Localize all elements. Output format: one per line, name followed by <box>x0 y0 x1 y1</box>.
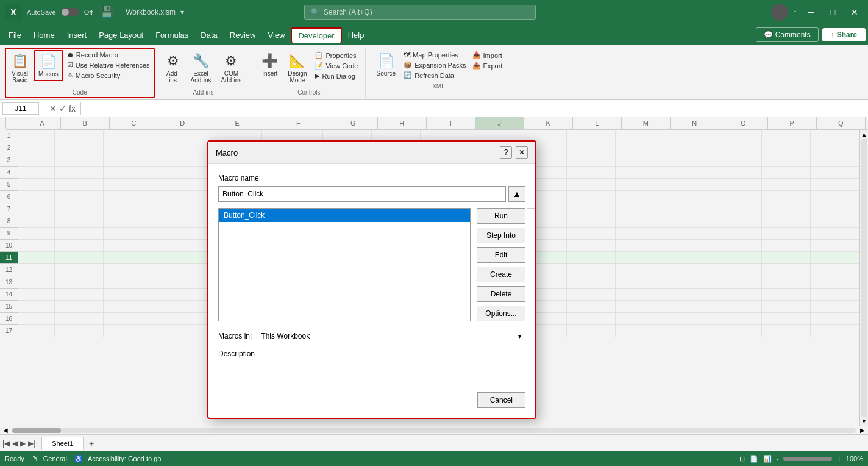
cell-A17[interactable] <box>18 325 55 337</box>
cell-P2[interactable] <box>762 142 811 154</box>
add-ins-button[interactable]: ⚙ Add-ins <box>161 50 185 87</box>
row-header-8[interactable]: 8 <box>0 215 18 228</box>
cell-C2[interactable] <box>104 142 152 154</box>
tab-first-button[interactable]: |◀ <box>2 439 10 448</box>
scroll-right-button[interactable]: ▶ <box>858 426 867 435</box>
cell-P7[interactable] <box>762 203 811 215</box>
modal-help-button[interactable]: ? <box>500 146 512 159</box>
cell-D6[interactable] <box>152 191 201 203</box>
cell-L1[interactable] <box>567 130 616 142</box>
cell-B10[interactable] <box>55 240 104 252</box>
col-header-M[interactable]: M <box>622 117 671 129</box>
cell-L4[interactable] <box>567 167 616 179</box>
cell-D1[interactable] <box>152 130 201 142</box>
expansion-packs-button[interactable]: 📦 Expansion Packs <box>401 60 468 70</box>
cell-N3[interactable] <box>664 154 713 167</box>
cell-C17[interactable] <box>104 325 152 337</box>
cell-A4[interactable] <box>18 167 55 179</box>
close-button[interactable]: ✕ <box>846 4 863 21</box>
delete-button[interactable]: Delete <box>477 286 525 302</box>
cell-C8[interactable] <box>104 215 152 228</box>
cell-B11[interactable] <box>55 252 104 264</box>
cancel-button[interactable]: Cancel <box>477 392 525 408</box>
macro-name-input[interactable] <box>218 186 506 202</box>
cell-A15[interactable] <box>18 301 55 313</box>
export-button[interactable]: 📤 Export <box>470 60 505 71</box>
cell-N17[interactable] <box>664 325 713 337</box>
col-header-A[interactable]: A <box>24 117 61 129</box>
cell-Q11[interactable] <box>811 252 859 264</box>
cell-C11[interactable] <box>104 252 152 264</box>
col-header-L[interactable]: L <box>573 117 622 129</box>
row-header-6[interactable]: 6 <box>0 191 18 203</box>
macros-in-dropdown[interactable]: This Workbook ▾ <box>257 329 525 343</box>
cell-B4[interactable] <box>55 167 104 179</box>
cell-C3[interactable] <box>104 154 152 167</box>
cell-M8[interactable] <box>616 215 664 228</box>
menu-page-layout[interactable]: Page Layout <box>93 28 149 42</box>
row-header-7[interactable]: 7 <box>0 203 18 215</box>
visual-basic-button[interactable]: 📋 VisualBasic <box>7 50 32 87</box>
h-scroll-track[interactable] <box>12 428 856 433</box>
cell-M12[interactable] <box>616 264 664 276</box>
cell-A1[interactable] <box>18 130 55 142</box>
cell-L14[interactable] <box>567 289 616 301</box>
macro-name-expand-button[interactable]: ▲ <box>508 186 525 202</box>
zoom-decrease[interactable]: - <box>777 455 779 462</box>
cell-L13[interactable] <box>567 276 616 289</box>
scroll-track[interactable] <box>861 139 867 417</box>
cell-L10[interactable] <box>567 240 616 252</box>
cell-L12[interactable] <box>567 264 616 276</box>
cell-A3[interactable] <box>18 154 55 167</box>
cell-N10[interactable] <box>664 240 713 252</box>
cell-B6[interactable] <box>55 191 104 203</box>
row-header-4[interactable]: 4 <box>0 167 18 179</box>
row-header-15[interactable]: 15 <box>0 301 18 313</box>
cell-C6[interactable] <box>104 191 152 203</box>
cell-Q13[interactable] <box>811 276 859 289</box>
row-header-17[interactable]: 17 <box>0 325 18 337</box>
cell-O2[interactable] <box>713 142 762 154</box>
cell-D9[interactable] <box>152 228 201 240</box>
cell-O16[interactable] <box>713 313 762 325</box>
record-macro-button[interactable]: ⏺ Record Macro <box>65 50 152 60</box>
row-header-10[interactable]: 10 <box>0 240 18 252</box>
col-header-F[interactable]: F <box>268 117 329 129</box>
cell-L8[interactable] <box>567 215 616 228</box>
cell-D10[interactable] <box>152 240 201 252</box>
cell-N9[interactable] <box>664 228 713 240</box>
col-header-I[interactable]: I <box>427 117 475 129</box>
formula-input[interactable] <box>86 103 866 114</box>
cell-P17[interactable] <box>762 325 811 337</box>
cell-O4[interactable] <box>713 167 762 179</box>
step-into-button[interactable]: Step Into <box>477 228 525 243</box>
col-header-J[interactable]: J <box>475 117 524 129</box>
view-code-button[interactable]: 📝 View Code <box>312 60 360 71</box>
search-box[interactable]: 🔍 <box>304 5 536 20</box>
properties-button[interactable]: 📋 Properties <box>312 50 360 60</box>
cell-O5[interactable] <box>713 179 762 191</box>
confirm-formula-icon[interactable]: ✓ <box>59 104 66 113</box>
cell-A7[interactable] <box>18 203 55 215</box>
excel-add-ins-button[interactable]: 🔧 ExcelAdd-ins <box>187 50 216 87</box>
cell-N15[interactable] <box>664 301 713 313</box>
modal-close-button[interactable]: ✕ <box>516 146 528 159</box>
cell-B14[interactable] <box>55 289 104 301</box>
cell-D16[interactable] <box>152 313 201 325</box>
row-header-9[interactable]: 9 <box>0 228 18 240</box>
cell-C7[interactable] <box>104 203 152 215</box>
cell-A2[interactable] <box>18 142 55 154</box>
cell-Q2[interactable] <box>811 142 859 154</box>
cell-D12[interactable] <box>152 264 201 276</box>
cell-O6[interactable] <box>713 191 762 203</box>
map-properties-button[interactable]: 🗺 Map Properties <box>401 50 468 60</box>
scroll-down-button[interactable]: ▼ <box>860 417 868 426</box>
row-header-11[interactable]: 11 <box>0 252 18 264</box>
cell-B3[interactable] <box>55 154 104 167</box>
cell-P9[interactable] <box>762 228 811 240</box>
col-header-H[interactable]: H <box>378 117 427 129</box>
cell-O12[interactable] <box>713 264 762 276</box>
cell-P5[interactable] <box>762 179 811 191</box>
cell-D4[interactable] <box>152 167 201 179</box>
cell-M15[interactable] <box>616 301 664 313</box>
